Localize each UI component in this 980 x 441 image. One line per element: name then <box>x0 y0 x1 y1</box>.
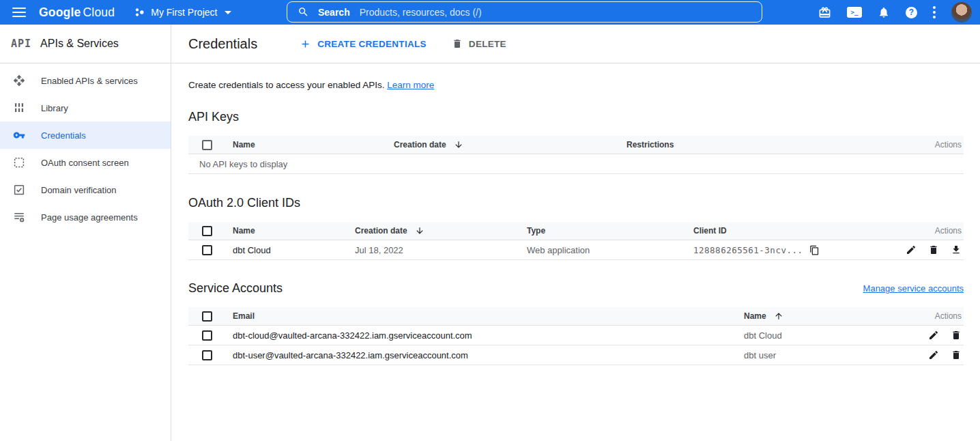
sort-asc-icon <box>774 311 783 321</box>
create-credentials-button[interactable]: CREATE CREDENTIALS <box>300 38 427 50</box>
copy-icon[interactable] <box>809 245 820 255</box>
help-glyph: ? <box>906 7 917 18</box>
service-account-name: dbt user <box>744 350 889 360</box>
oauth-consent-icon <box>13 156 25 169</box>
column-header-client-id[interactable]: Client ID <box>693 226 889 236</box>
api-keys-table: Name Creation date Restrictions Actions … <box>188 136 964 174</box>
oauth-clients-title: OAuth 2.0 Client IDs <box>188 196 964 210</box>
api-keys-header-row: Name Creation date Restrictions Actions <box>188 136 964 154</box>
sidebar-item-label: OAuth consent screen <box>41 158 129 168</box>
delete-label: DELETE <box>469 39 506 49</box>
column-header-actions: Actions <box>889 226 964 236</box>
table-row: dbt-user@vaulted-arcana-332422.iam.gserv… <box>188 345 964 365</box>
sidebar-title: APIs & Services <box>40 38 119 50</box>
main-content: Credentials CREATE CREDENTIALS DELETE Cr… <box>171 25 980 441</box>
column-header-creation-date[interactable]: Creation date <box>394 140 626 150</box>
sidebar-item-label: Library <box>41 103 68 113</box>
row-checkbox[interactable] <box>202 330 212 341</box>
oauth-header-row: Name Creation date Type Client ID Action… <box>188 222 964 240</box>
name-label: Name <box>744 311 766 321</box>
chevron-down-icon <box>225 11 231 14</box>
logo-cloud-text: Cloud <box>83 5 115 19</box>
creation-date-label: Creation date <box>394 140 446 150</box>
learn-more-link[interactable]: Learn more <box>387 80 434 90</box>
create-credentials-label: CREATE CREDENTIALS <box>317 39 427 49</box>
column-header-type[interactable]: Type <box>527 226 693 236</box>
sidebar-item-enabled-apis[interactable]: Enabled APIs & services <box>0 67 171 94</box>
delete-icon[interactable] <box>951 330 962 341</box>
sidebar-item-page-usage-agreements[interactable]: Page usage agreements <box>0 203 171 231</box>
service-account-email: dbt-user@vaulted-arcana-332422.iam.gserv… <box>233 350 744 360</box>
menu-icon[interactable] <box>12 8 26 17</box>
sidebar-item-domain-verification[interactable]: Domain verification <box>0 176 171 203</box>
creation-date-label: Creation date <box>355 226 407 236</box>
sidebar-item-oauth-consent[interactable]: OAuth consent screen <box>0 149 171 176</box>
library-icon <box>13 102 25 114</box>
google-cloud-logo[interactable]: GoogleCloud <box>39 5 115 20</box>
project-name: My First Project <box>151 7 217 18</box>
select-all-checkbox[interactable] <box>202 140 212 150</box>
service-accounts-table: Email Name Actions dbt-cloud@vaulted-arc… <box>188 307 964 365</box>
sidebar-header: API APIs & Services <box>0 25 171 63</box>
sort-desc-icon <box>415 226 424 236</box>
intro-sentence: Create credentials to access your enable… <box>188 80 384 90</box>
trash-icon <box>452 38 463 49</box>
cloud-shell-glyph: >_ <box>847 7 862 18</box>
row-checkbox[interactable] <box>202 350 212 360</box>
sidebar-item-label: Page usage agreements <box>41 212 138 223</box>
column-header-email[interactable]: Email <box>233 311 744 321</box>
top-bar: GoogleCloud My First Project Search Prod… <box>0 0 980 25</box>
page-usage-agreements-icon <box>13 211 25 223</box>
column-header-creation-date[interactable]: Creation date <box>355 226 527 236</box>
service-account-name: dbt Cloud <box>744 330 889 341</box>
edit-icon[interactable] <box>928 350 939 360</box>
plus-icon <box>300 38 311 50</box>
edit-icon[interactable] <box>906 244 917 255</box>
avatar[interactable] <box>951 2 972 23</box>
project-selector[interactable]: My First Project <box>134 7 231 18</box>
edit-icon[interactable] <box>928 330 939 341</box>
enabled-apis-icon <box>13 74 25 87</box>
more-vert-icon[interactable] <box>933 6 936 18</box>
manage-service-accounts-link[interactable]: Manage service accounts <box>863 283 964 294</box>
search-label: Search <box>318 7 350 18</box>
row-checkbox[interactable] <box>202 245 212 255</box>
delete-button[interactable]: DELETE <box>452 38 506 49</box>
notifications-icon[interactable] <box>878 6 890 18</box>
select-all-checkbox[interactable] <box>202 311 212 322</box>
logo-google-text: Google <box>39 5 81 19</box>
sidebar: API APIs & Services Enabled APIs & servi… <box>0 25 171 441</box>
column-header-name[interactable]: Name <box>233 226 355 236</box>
oauth-client-creation-date: Jul 18, 2022 <box>355 245 527 255</box>
sidebar-item-label: Domain verification <box>41 185 117 195</box>
domain-verification-icon <box>13 184 25 196</box>
column-header-name[interactable]: Name <box>744 311 889 321</box>
sidebar-item-credentials[interactable]: Credentials <box>0 122 171 149</box>
column-header-restrictions[interactable]: Restrictions <box>626 140 882 150</box>
search-icon <box>298 6 309 18</box>
sidebar-item-label: Enabled APIs & services <box>41 76 138 86</box>
search-input[interactable]: Search Products, resources, docs (/) <box>287 1 762 23</box>
cloud-shell-icon[interactable]: >_ <box>847 7 862 18</box>
page-header: Credentials CREATE CREDENTIALS DELETE <box>171 25 980 63</box>
oauth-client-id: 128886265561-3ncv... <box>693 245 803 255</box>
column-header-name[interactable]: Name <box>233 140 394 150</box>
column-header-actions: Actions <box>889 311 964 321</box>
delete-icon[interactable] <box>928 244 939 255</box>
oauth-client-name: dbt Cloud <box>233 245 355 255</box>
sidebar-item-library[interactable]: Library <box>0 94 171 122</box>
download-icon[interactable] <box>951 244 962 255</box>
delete-icon[interactable] <box>951 350 962 360</box>
gift-icon[interactable] <box>818 6 831 19</box>
service-accounts-header-row: Email Name Actions <box>188 307 964 326</box>
table-row: dbt-cloud@vaulted-arcana-332422.iam.gser… <box>188 326 964 345</box>
service-account-email: dbt-cloud@vaulted-arcana-332422.iam.gser… <box>233 330 744 341</box>
api-keys-empty-message: No API keys to display <box>188 154 964 174</box>
oauth-clients-table: Name Creation date Type Client ID Action… <box>188 222 964 260</box>
help-icon[interactable]: ? <box>906 7 917 18</box>
api-logo-icon: API <box>11 38 31 50</box>
select-all-checkbox[interactable] <box>202 226 212 236</box>
sidebar-nav: Enabled APIs & services Library Credenti… <box>0 63 171 231</box>
column-header-actions: Actions <box>882 140 964 150</box>
sidebar-item-label: Credentials <box>41 130 86 141</box>
